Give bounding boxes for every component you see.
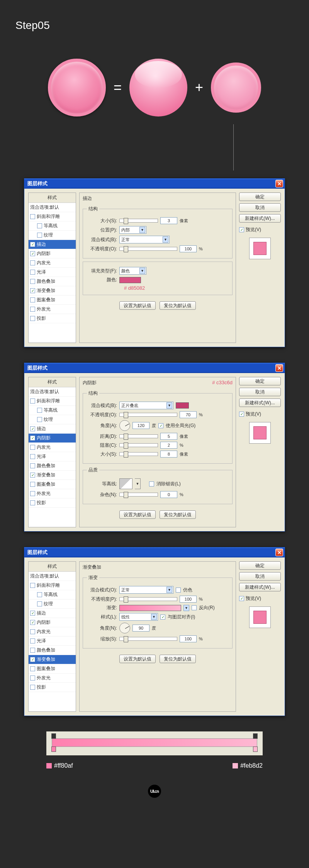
gradient-track[interactable] [52,738,257,747]
style-color-overlay[interactable]: 颜色叠加 [29,461,76,471]
chevron-down-icon[interactable]: ▼ [183,605,189,611]
blend-combo[interactable]: 正常▼ [119,586,173,594]
style-drop-shadow[interactable]: 投影 [29,314,76,323]
noise-input[interactable]: 0 [160,491,177,498]
style-satin[interactable]: 光泽 [29,268,76,277]
style-blend-defaults[interactable]: 混合选项:默认 [29,203,76,212]
opacity-slider[interactable] [119,413,177,417]
color-stop-right[interactable] [253,746,258,752]
titlebar[interactable]: 图层样式 ✕ [24,547,285,557]
distance-slider[interactable] [119,434,158,438]
opacity-input[interactable]: 100 [180,596,197,603]
checkbox-icon[interactable] [30,620,35,625]
checkbox-icon[interactable] [30,491,35,496]
style-inner-glow[interactable]: 内发光 [29,627,76,637]
angle-dial[interactable] [119,420,130,431]
dither-checkbox[interactable] [176,588,181,593]
blend-combo[interactable]: 正常▼ [119,236,170,243]
checkbox-icon[interactable] [30,214,35,219]
angle-input[interactable]: 120 [132,422,149,429]
distance-input[interactable]: 5 [160,433,177,440]
style-texture[interactable]: 纹理 [29,231,76,240]
checkbox-icon[interactable] [37,601,42,606]
scale-slider[interactable] [119,637,177,641]
opacity-stop-right[interactable] [253,733,258,739]
style-blend-defaults[interactable]: 混合选项:默认 [29,572,76,581]
style-stroke[interactable]: 描边 [29,240,76,249]
checkbox-icon[interactable] [30,500,35,505]
style-drop-shadow[interactable]: 投影 [29,498,76,508]
checkbox-icon[interactable] [30,260,35,265]
style-outer-glow[interactable]: 外发光 [29,489,76,498]
size-slider[interactable] [119,219,158,223]
new-style-button[interactable]: 新建样式(W)... [239,399,281,407]
style-texture[interactable]: 纹理 [29,415,76,424]
style-inner-glow[interactable]: 内发光 [29,443,76,452]
style-contour[interactable]: 等高线 [29,221,76,231]
titlebar[interactable]: 图层样式 ✕ [24,179,285,189]
checkbox-icon[interactable] [30,648,35,653]
checkbox-icon[interactable] [30,297,35,302]
shadow-color-swatch[interactable] [176,402,189,409]
style-color-overlay[interactable]: 颜色叠加 [29,646,76,655]
checkbox-icon[interactable] [30,270,35,275]
preview-checkbox[interactable] [239,227,244,232]
noise-slider[interactable] [119,493,158,496]
checkbox-icon[interactable] [37,408,42,413]
angle-input[interactable]: 90 [132,625,149,632]
contour-picker[interactable] [119,478,132,489]
checkbox-icon[interactable] [30,445,35,450]
style-inner-shadow[interactable]: 内阴影 [29,249,76,258]
checkbox-icon[interactable] [30,288,35,293]
checkbox-icon[interactable] [30,583,35,588]
checkbox-icon[interactable] [30,629,35,634]
style-gradient-overlay[interactable]: 渐变叠加 [29,655,76,664]
checkbox-icon[interactable] [30,473,35,478]
opacity-input[interactable]: 100 [180,245,197,252]
checkbox-icon[interactable] [30,685,35,690]
chevron-down-icon[interactable]: ▼ [135,478,141,489]
size-input[interactable]: 8 [160,451,177,458]
checkbox-icon[interactable] [30,279,35,284]
position-combo[interactable]: 内部▼ [119,226,146,234]
color-swatch[interactable] [119,277,141,283]
style-stroke[interactable]: 描边 [29,424,76,434]
checkbox-icon[interactable] [30,436,35,441]
checkbox-icon[interactable] [30,242,35,247]
global-light-checkbox[interactable] [158,423,163,428]
opacity-stop-left[interactable] [51,733,56,739]
size-input[interactable]: 3 [160,217,177,224]
close-button[interactable]: ✕ [275,549,283,556]
style-gradient-overlay[interactable]: 渐变叠加 [29,471,76,480]
size-slider[interactable] [119,452,158,456]
style-bevel[interactable]: 斜面和浮雕 [29,212,76,221]
checkbox-icon[interactable] [30,316,35,321]
close-button[interactable]: ✕ [275,180,283,187]
antialias-checkbox[interactable] [149,481,154,486]
set-default-button[interactable]: 设置为默认值 [119,301,156,310]
set-default-button[interactable]: 设置为默认值 [119,510,156,519]
style-outer-glow[interactable]: 外发光 [29,674,76,683]
checkbox-icon[interactable] [30,399,35,404]
checkbox-icon[interactable] [30,657,35,662]
opacity-slider[interactable] [119,247,177,251]
reverse-checkbox[interactable] [192,605,197,610]
style-pattern-overlay[interactable]: 图案叠加 [29,664,76,674]
style-blend-defaults[interactable]: 混合选项:默认 [29,387,76,397]
preview-checkbox[interactable] [239,596,244,601]
titlebar[interactable]: 图层样式 ✕ [24,363,285,373]
reset-default-button[interactable]: 复位为默认值 [160,510,196,519]
scale-input[interactable]: 100 [180,635,197,642]
style-pattern-overlay[interactable]: 图案叠加 [29,296,76,305]
preview-checkbox[interactable] [239,412,244,417]
style-inner-shadow[interactable]: 内阴影 [29,618,76,627]
opacity-input[interactable]: 70 [180,411,197,418]
cancel-button[interactable]: 取消 [239,388,281,396]
angle-dial[interactable] [119,623,130,633]
color-stop-left[interactable] [51,746,56,752]
checkbox-icon[interactable] [30,454,35,459]
gradient-picker[interactable] [119,605,181,611]
ok-button[interactable]: 确定 [239,377,281,385]
checkbox-icon[interactable] [30,426,35,431]
style-pattern-overlay[interactable]: 图案叠加 [29,480,76,489]
